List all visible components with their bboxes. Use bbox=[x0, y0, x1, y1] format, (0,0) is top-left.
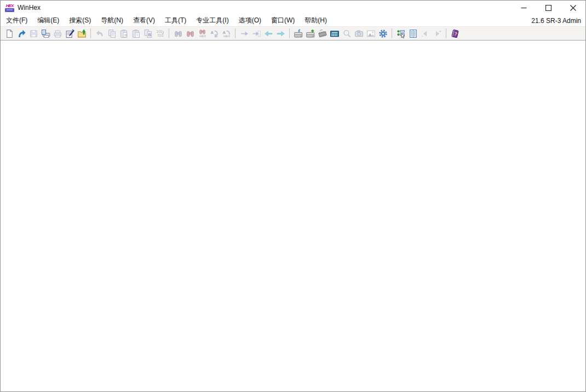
print-preview-icon bbox=[41, 29, 50, 38]
registry-viewer-button[interactable] bbox=[407, 27, 419, 39]
svg-text:HEX: HEX bbox=[199, 34, 206, 38]
toolbar-separator bbox=[90, 28, 91, 38]
convert-binary-icon: 101 010 bbox=[156, 29, 165, 38]
menu-window[interactable]: 窗口(W) bbox=[266, 15, 300, 27]
svg-text:B: B bbox=[214, 33, 217, 38]
menu-edit[interactable]: 编辑(E) bbox=[32, 15, 64, 27]
goto-block-button bbox=[250, 27, 262, 39]
gallery-icon bbox=[366, 29, 376, 38]
print-preview-button[interactable] bbox=[39, 27, 51, 39]
undo-button bbox=[94, 27, 106, 39]
menu-navigation[interactable]: 导航(N) bbox=[96, 15, 128, 27]
maximize-button[interactable] bbox=[536, 1, 561, 15]
copy-hex-icon: B bbox=[143, 29, 153, 38]
undo-icon bbox=[95, 29, 105, 38]
find-hex-icon: HEX bbox=[198, 29, 207, 38]
logo-hex-text: HEX bbox=[5, 4, 14, 8]
zoom-icon bbox=[342, 29, 352, 38]
toolbar-separator bbox=[235, 28, 235, 38]
screenshot-icon bbox=[354, 29, 364, 38]
import-folder-icon bbox=[77, 29, 87, 38]
toolbar-separator bbox=[289, 28, 290, 38]
maximize-icon bbox=[545, 5, 551, 11]
calculator-icon bbox=[330, 29, 340, 38]
open-disk-button[interactable] bbox=[292, 27, 305, 39]
paste-write-button bbox=[118, 27, 130, 39]
copy-hex-button: B bbox=[142, 27, 154, 39]
options-button[interactable] bbox=[377, 27, 389, 39]
close-icon bbox=[570, 5, 576, 11]
edit-properties-button[interactable] bbox=[64, 27, 76, 39]
navigate-back-icon bbox=[264, 29, 273, 38]
menu-file[interactable]: 文件(F) bbox=[1, 15, 32, 27]
find-text-button bbox=[172, 27, 184, 39]
svg-text:A: A bbox=[222, 30, 226, 34]
version-label: 21.6 SR-3 Admin bbox=[531, 17, 585, 25]
window-controls bbox=[512, 1, 585, 15]
save-file-button bbox=[27, 27, 39, 39]
find-again-icon bbox=[186, 29, 195, 38]
clone-disk-icon bbox=[306, 29, 315, 38]
find-again-button bbox=[184, 27, 196, 39]
toolbar-separator bbox=[169, 28, 169, 38]
print-icon bbox=[53, 29, 62, 38]
minimize-button[interactable] bbox=[512, 1, 536, 15]
run-script-button[interactable] bbox=[395, 27, 407, 39]
open-ram-button[interactable] bbox=[317, 27, 329, 39]
previous-window-icon bbox=[421, 29, 430, 38]
navigate-forward-button[interactable] bbox=[274, 27, 286, 39]
paste-button bbox=[130, 27, 142, 39]
svg-text:HEX: HEX bbox=[223, 34, 230, 38]
previous-window-button bbox=[419, 27, 431, 39]
screenshot-button bbox=[353, 27, 365, 39]
window-title: WinHex bbox=[18, 4, 41, 11]
logo-base bbox=[5, 8, 14, 12]
convert-binary-button: 101 010 bbox=[154, 27, 166, 39]
next-window-icon bbox=[433, 29, 442, 38]
toolbar-separator bbox=[446, 28, 446, 38]
menu-view[interactable]: 查看(V) bbox=[128, 15, 160, 27]
run-script-icon bbox=[397, 29, 406, 38]
svg-text:B: B bbox=[148, 32, 151, 37]
gallery-button bbox=[365, 27, 377, 39]
new-file-button[interactable] bbox=[3, 27, 15, 39]
menu-search[interactable]: 搜索(S) bbox=[64, 15, 96, 27]
menu-tools[interactable]: 工具(T) bbox=[160, 15, 191, 27]
next-window-button bbox=[431, 27, 443, 39]
replace-hex-icon: A HEX bbox=[222, 29, 231, 38]
clone-disk-button[interactable] bbox=[305, 27, 317, 39]
menu-options[interactable]: 选项(O) bbox=[234, 15, 266, 27]
save-file-icon bbox=[29, 29, 38, 38]
open-ram-icon bbox=[318, 29, 328, 38]
menu-specialist[interactable]: 专业工具(I) bbox=[191, 15, 233, 27]
calculator-button[interactable] bbox=[329, 27, 341, 39]
menu-help[interactable]: 帮助(H) bbox=[300, 15, 332, 27]
navigate-back-button[interactable] bbox=[262, 27, 274, 39]
svg-text:010: 010 bbox=[157, 33, 163, 37]
workspace-area bbox=[1, 41, 585, 391]
find-text-icon bbox=[174, 29, 183, 38]
help-icon: ? bbox=[450, 29, 460, 38]
zoom-button bbox=[341, 27, 353, 39]
menu-bar: 文件(F) 编辑(E) 搜索(S) 导航(N) 查看(V) 工具(T) 专业工具… bbox=[1, 15, 585, 26]
replace-text-button: A B bbox=[208, 27, 220, 39]
open-file-icon bbox=[17, 29, 26, 38]
find-hex-button: HEX bbox=[196, 27, 208, 39]
minimize-icon bbox=[521, 5, 527, 11]
help-button[interactable]: ? bbox=[449, 27, 461, 39]
winhex-window: HEX WinHex 文件(F) bbox=[0, 0, 586, 392]
import-folder-button[interactable] bbox=[76, 27, 88, 39]
print-button bbox=[51, 27, 64, 39]
close-button[interactable] bbox=[561, 1, 585, 15]
replace-text-icon: A B bbox=[210, 29, 219, 38]
open-disk-icon bbox=[294, 29, 303, 38]
title-bar[interactable]: HEX WinHex bbox=[1, 1, 585, 15]
toolbar-separator bbox=[392, 28, 392, 38]
navigate-forward-icon bbox=[276, 29, 285, 38]
paste-write-icon bbox=[119, 29, 129, 38]
copy-button bbox=[106, 27, 118, 39]
copy-icon bbox=[107, 29, 117, 38]
edit-properties-icon bbox=[65, 29, 74, 38]
winhex-logo-icon: HEX bbox=[5, 3, 14, 12]
open-file-button[interactable] bbox=[15, 27, 27, 39]
